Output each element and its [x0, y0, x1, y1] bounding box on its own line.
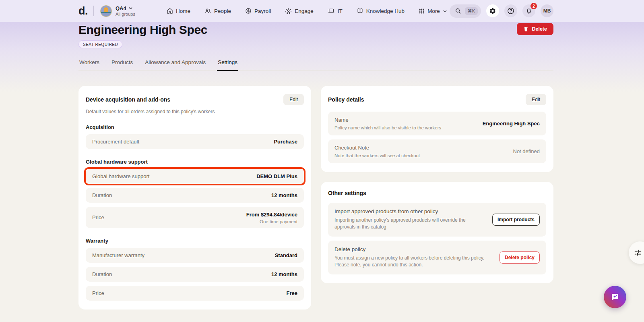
nav-item-people[interactable]: People — [204, 8, 231, 14]
card-title: Other settings — [328, 190, 366, 196]
book-icon — [357, 8, 363, 14]
user-avatar[interactable]: MB — [541, 4, 553, 17]
setting-row-global-hardware-support: Global hardware support DEMO DLM Plus — [86, 169, 304, 184]
help-button[interactable] — [504, 4, 517, 17]
section-heading-warranty: Warranty — [86, 238, 304, 244]
main-content: Go back Engineering High Spec Delete SEA… — [0, 0, 644, 310]
engage-icon — [285, 8, 292, 15]
edit-device-acquisition-button[interactable]: Edit — [283, 94, 304, 105]
org-avatar — [100, 5, 112, 17]
setting-row-manufacturer-warranty: Manufacturer warranty Standard — [86, 248, 304, 263]
people-icon — [204, 8, 211, 14]
setting-row-price: Price From $294.84/device One time payme… — [86, 207, 304, 228]
chat-sparkle-icon — [610, 292, 620, 302]
card-subtitle: Default values for all orders assigned t… — [86, 109, 304, 114]
laptop-icon — [328, 8, 335, 14]
question-icon — [507, 7, 515, 15]
search-button[interactable]: ⌘K — [450, 4, 481, 18]
topbar: d. QA4 All groups Home People Payroll — [0, 0, 644, 22]
setting-row-warranty-price: Price Free — [86, 286, 304, 301]
policy-details-card: Policy details Edit Name Policy name whi… — [321, 86, 553, 172]
device-acquisition-card: Device acquisition and add-ons Edit Defa… — [78, 86, 311, 310]
notifications-button[interactable]: 2 — [522, 4, 535, 17]
nav-item-knowledge-hub[interactable]: Knowledge Hub — [357, 8, 405, 14]
topbar-actions: ⌘K 2 MB — [450, 4, 553, 18]
nav-item-payroll[interactable]: Payroll — [245, 8, 271, 14]
setting-row-procurement-default: Procurement default Purchase — [86, 134, 304, 149]
tune-icon — [629, 248, 642, 257]
org-switcher[interactable]: QA4 All groups — [100, 5, 135, 17]
notification-count-badge: 2 — [530, 3, 537, 9]
ai-assistant-fab[interactable] — [604, 286, 626, 308]
tab-allowance-and-approvals[interactable]: Allowance and Approvals — [144, 59, 206, 71]
nav-item-it[interactable]: IT — [328, 8, 343, 14]
setting-row-duration: Duration 12 months — [86, 188, 304, 203]
tab-bar: Workers Products Allowance and Approvals… — [78, 59, 553, 71]
trash-icon — [523, 26, 528, 32]
page-title: Engineering High Spec — [78, 23, 207, 37]
main-nav: Home People Payroll Engage IT Knowledge … — [167, 8, 447, 15]
seat-required-badge: SEAT REQUIRED — [78, 40, 122, 48]
import-products-row: Import approved products from other poli… — [328, 203, 546, 237]
other-settings-card: Other settings Import approved products … — [321, 182, 553, 283]
delete-policy-row: Delete policy You must assign a new poli… — [328, 241, 546, 274]
tab-products[interactable]: Products — [111, 59, 134, 71]
search-icon — [455, 8, 461, 14]
nav-item-engage[interactable]: Engage — [285, 8, 314, 15]
org-scope: All groups — [116, 12, 135, 17]
setting-row-warranty-duration: Duration 12 months — [86, 267, 304, 282]
home-icon — [167, 8, 173, 14]
section-heading-global-hardware-support: Global hardware support — [86, 159, 304, 165]
tab-workers[interactable]: Workers — [78, 59, 100, 71]
nav-item-home[interactable]: Home — [167, 8, 190, 14]
settings-button[interactable] — [486, 4, 499, 17]
policy-row-checkout-note: Checkout Note Note that the workers will… — [328, 139, 546, 163]
dollar-circle-icon — [245, 8, 252, 14]
chevron-down-icon — [443, 9, 447, 13]
tab-settings[interactable]: Settings — [217, 59, 238, 71]
delete-button[interactable]: Delete — [517, 23, 553, 35]
card-title: Device acquisition and add-ons — [86, 96, 170, 103]
card-title: Policy details — [328, 96, 364, 103]
org-name: QA4 — [116, 5, 126, 11]
delete-policy-button[interactable]: Delete policy — [500, 251, 540, 264]
divider — [93, 6, 94, 16]
search-shortcut: ⌘K — [465, 7, 478, 15]
chevron-down-icon — [128, 6, 133, 10]
nav-item-more[interactable]: More — [419, 8, 447, 14]
grid-icon — [419, 8, 425, 14]
section-heading-acquisition: Acquisition — [86, 124, 304, 130]
policy-row-name: Name Policy name which will also be visi… — [328, 112, 546, 135]
edit-policy-details-button[interactable]: Edit — [526, 94, 546, 105]
import-products-button[interactable]: Import products — [492, 214, 540, 226]
gear-icon — [489, 7, 496, 15]
deel-logo[interactable]: d. — [78, 5, 88, 17]
